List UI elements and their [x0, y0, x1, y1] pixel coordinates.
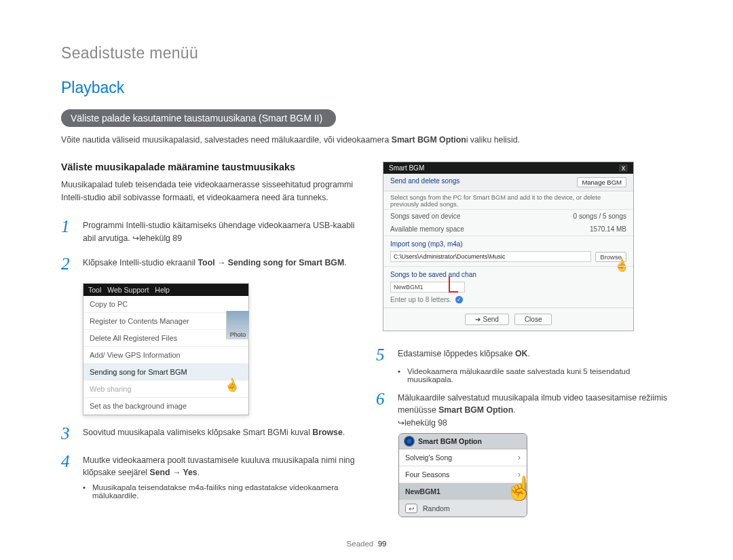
songs-saved-value: 0 songs / 5 songs	[574, 212, 626, 220]
dialog-description: Select songs from the PC for Smart BGM a…	[383, 191, 633, 210]
step-number: 3	[61, 425, 75, 442]
step-5-subnote: • Videokaamera mälukaardile saate salves…	[398, 367, 672, 384]
menu-item-copy[interactable]: Copy to PC	[83, 296, 248, 313]
step-3-pre: Soovitud muusikapala valimiseks klõpsake…	[83, 428, 312, 437]
memory-space-label: Available memory space	[390, 225, 464, 233]
step-3-browse: Browse	[312, 428, 342, 437]
step-4-subnote: • Muusikapala teisendatakse m4a-failiks …	[83, 483, 357, 500]
page-footer: Seaded 99	[0, 540, 733, 548]
chevron-right-icon: ›	[518, 453, 521, 462]
step-2-item: Sending song for Smart BGM	[228, 258, 344, 267]
bgm-item-label: NewBGM1	[405, 487, 440, 496]
lede-bold: Smart BGM Option	[392, 135, 466, 145]
page-ref: lehekülg 89	[139, 234, 182, 243]
step-text: Muutke videokaamera poolt tuvastamisele …	[83, 453, 357, 479]
step-5: 5 Edastamise lõppedes klõpsake OK.	[376, 346, 672, 363]
step-1-text: Programmi Intelli-studio käitamiseks ühe…	[83, 221, 355, 242]
bullet-icon: •	[83, 483, 87, 500]
breadcrumb-title: Seadistuste menüü	[61, 44, 672, 62]
bgm-item-label: Solveig's Song	[405, 453, 452, 462]
section-heading: Playback	[61, 79, 672, 97]
char-limit-label: Enter up to 8 letters.	[390, 296, 451, 303]
lede-post: i valiku helisid.	[466, 135, 520, 145]
manage-bgm-button[interactable]: Manage BGM	[577, 177, 626, 187]
page-number: 99	[378, 540, 387, 548]
step-4-arrow: →	[170, 468, 183, 477]
step-4-yes: Yes	[183, 468, 197, 477]
dialog-title: Smart BGM	[389, 164, 424, 172]
bgm-item-random-row[interactable]: ↩ Random	[399, 500, 527, 517]
step-text: Mälukaardile salvestatud muusikapala ilm…	[398, 390, 672, 429]
step-number: 5	[376, 346, 390, 363]
bgm-item-label: Four Seasons	[405, 470, 449, 479]
step-6-post: .	[513, 405, 515, 415]
close-button[interactable]: Close	[514, 314, 552, 325]
step-6: 6 Mälukaardile salvestatud muusikapala i…	[376, 390, 672, 429]
step-6-option: Smart BGM Option	[438, 405, 513, 415]
menu-tool[interactable]: Tool	[88, 286, 101, 294]
camcorder-menu-title: Smart BGM Option	[418, 437, 482, 445]
browse-button[interactable]: Browse ☝	[595, 252, 626, 262]
bullet-icon: •	[398, 367, 402, 384]
bgm-item-label: Random	[423, 504, 450, 512]
menu-item-gps[interactable]: Add/ View GPS Information	[83, 347, 248, 364]
lede-pre: Võite nautida väliseid muusikapalasid, s…	[61, 135, 392, 145]
step-3: 3 Soovitud muusikapala valimiseks klõpsa…	[61, 425, 357, 442]
menu-item-delete[interactable]: Delete All Registered Files	[83, 330, 248, 347]
intro-paragraph: Muusikapalad tuleb teisendada teie video…	[61, 179, 357, 204]
menu-web[interactable]: Web Support	[107, 286, 149, 294]
annotation-line-icon	[449, 276, 458, 293]
songs-saved-label: Songs saved on device	[390, 212, 460, 220]
send-button[interactable]: ➔ Send	[465, 314, 509, 325]
step-text: Programmi Intelli-studio käitamiseks ühe…	[83, 218, 357, 244]
step-text: Soovitud muusikapala valimiseks klõpsake…	[83, 425, 357, 442]
menu-item-set-background[interactable]: Set as the background image	[83, 398, 248, 415]
step-1: 1 Programmi Intelli-studio käitamiseks ü…	[61, 218, 357, 244]
intelli-studio-menu-screenshot: Tool Web Support Help Copy to PC Registe…	[83, 283, 249, 415]
songs-to-save-text: Songs to be saved and chan	[390, 271, 476, 278]
songs-to-save-label: Songs to be saved and chan	[383, 266, 633, 280]
lede-paragraph: Võite nautida väliseid muusikapalasid, s…	[61, 134, 672, 147]
step-text: Klõpsake Intelli-studio ekraanil Tool → …	[83, 255, 357, 272]
dialog-close-button[interactable]: x	[619, 164, 628, 172]
menu-help[interactable]: Help	[155, 286, 170, 294]
step-5-pre: Edastamise lõppedes klõpsake	[398, 349, 515, 358]
back-icon[interactable]: ↩	[405, 504, 417, 513]
step-4-post: .	[198, 468, 200, 477]
camcorder-bgm-menu-screenshot: Smart BGM Option Solveig's Song› Four Se…	[398, 433, 527, 517]
step-3-post: .	[343, 428, 345, 437]
step-5-post: .	[527, 349, 529, 358]
step-2-tool: Tool	[198, 258, 215, 267]
step-5-ok: OK	[515, 349, 527, 358]
step-number: 1	[61, 218, 75, 244]
step-4-send: Send	[149, 468, 170, 477]
step-text: Edastamise lõppedes klõpsake OK.	[398, 346, 672, 363]
left-column: Väliste muusikapalade määramine taustmuu…	[61, 162, 357, 517]
ok-check-icon: ✓	[455, 296, 463, 303]
step-number: 2	[61, 255, 75, 272]
gear-icon	[405, 436, 414, 446]
step-4-subnote-text: Muusikapala teisendatakse m4a-failiks ni…	[92, 483, 357, 500]
file-path-field[interactable]: C:\Users\Administrator\Documents\Music	[390, 251, 591, 262]
arrow-icon: ↪	[132, 234, 139, 243]
menu-item-register[interactable]: Register to Contents Manager	[83, 313, 248, 330]
step-number: 6	[376, 390, 390, 429]
step-2: 2 Klõpsake Intelli-studio ekraanil Tool …	[61, 255, 357, 272]
send-button-label: Send	[483, 316, 499, 323]
send-delete-label: Send and delete songs	[390, 177, 459, 187]
smart-bgm-dialog-screenshot: Smart BGM x Send and delete songs Manage…	[383, 162, 634, 331]
menu-item-send-bgm[interactable]: Sending song for Smart BGM	[83, 364, 248, 381]
step-4: 4 Muutke videokaamera poolt tuvastamisel…	[61, 453, 357, 479]
step-2-pre: Klõpsake Intelli-studio ekraanil	[83, 258, 198, 267]
step-2-post: .	[344, 258, 346, 267]
memory-space-value: 1570.14 MB	[590, 225, 626, 233]
arrow-icon: ↪	[398, 418, 405, 428]
page-ref: lehekülg 98	[405, 418, 447, 428]
step-5-subnote-text: Videokaamera mälukaardile saate salvesta…	[407, 367, 672, 384]
camcorder-menu-header: Smart BGM Option	[399, 434, 527, 449]
bgm-item-solveig[interactable]: Solveig's Song›	[399, 449, 527, 466]
step-number: 4	[61, 453, 75, 479]
dialog-titlebar: Smart BGM x	[383, 162, 633, 174]
app-menubar: Tool Web Support Help	[83, 284, 248, 296]
send-arrow-icon: ➔	[475, 316, 481, 323]
